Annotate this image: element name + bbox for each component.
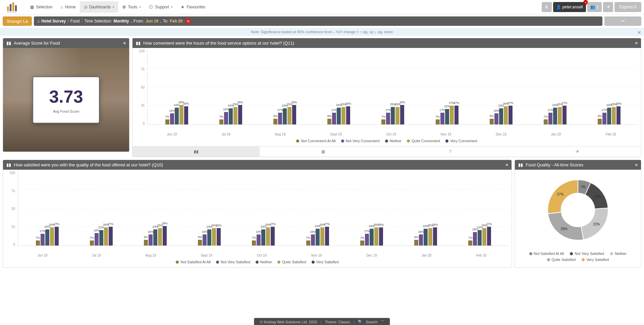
- tab-view[interactable]: 👁: [514, 147, 641, 157]
- score-tablet: 3.73 Avg Food Score: [33, 76, 100, 123]
- chart-q11: 02550751007%16%24%28%26%7%18%23%25%28%8%…: [132, 48, 641, 137]
- chart-icon: ▮▮: [518, 162, 523, 167]
- home-icon: ⌂: [60, 5, 63, 9]
- gear-icon: ✿: [122, 5, 126, 9]
- svg-rect-3: [15, 5, 17, 11]
- panel-donut: ▮▮ Food Quality - All-time Scores ≡ 7%17…: [515, 160, 641, 268]
- filter-button[interactable]: ⧩: [603, 2, 613, 12]
- tab-chart[interactable]: ▮▮: [132, 147, 260, 157]
- score-label: Avg Food Score: [53, 109, 79, 113]
- panel-score: ▮▮ Average Score for Food ≡ 3.73 Avg Foo…: [3, 38, 129, 152]
- chevron-down-icon: ▾: [113, 5, 114, 9]
- exports-button[interactable]: Exports 0: [614, 2, 641, 12]
- svg-text:17%: 17%: [594, 195, 601, 199]
- svg-rect-2: [12, 2, 14, 11]
- info-icon: ⓘ: [149, 4, 153, 10]
- menu-icon[interactable]: ≡: [123, 41, 126, 46]
- legend-item[interactable]: Not Convenient At All: [296, 139, 335, 143]
- filter-icon: ⧩: [606, 5, 610, 9]
- nav-items: ▦Selection ⌂Home ◷Dashboards▾ ✿Tools▾ ⓘS…: [26, 1, 209, 13]
- svg-text:23%: 23%: [593, 222, 600, 226]
- home-icon[interactable]: ⌂: [37, 19, 40, 23]
- close-icon[interactable]: ✕: [637, 30, 641, 35]
- legend-item[interactable]: Not Very Satisfied: [216, 260, 250, 264]
- legend-donut: Not Satisfied At All Not Very Satisfied …: [515, 250, 641, 266]
- tab-help[interactable]: ?: [387, 147, 514, 157]
- breadcrumb: ⌂ Hotel Survey / Food - Time Selection: …: [34, 16, 602, 26]
- panel-title: How convenient were the hours of the foo…: [143, 41, 294, 46]
- legend-item[interactable]: Neither: [610, 252, 627, 256]
- logo[interactable]: HOTELS SURVEY: [3, 0, 21, 14]
- svg-rect-1: [10, 4, 11, 11]
- panel-title: How satisfied were you with the quality …: [14, 162, 163, 167]
- chart-icon: ▮▮: [6, 162, 11, 167]
- close-icon[interactable]: ✕: [185, 18, 191, 24]
- nav-home[interactable]: ⌂Home: [56, 1, 79, 13]
- clipboard-button[interactable]: 🗎: [542, 2, 552, 12]
- panel-q11: ▮▮ How convenient were the hours of the …: [132, 38, 641, 157]
- chart-icon: ▮▮: [194, 149, 199, 154]
- svg-text:HOTELS SURVEY: HOTELS SURVEY: [7, 12, 17, 13]
- menu-icon[interactable]: ≡: [635, 162, 638, 167]
- chart-icon: ▮▮: [136, 41, 141, 46]
- breadcrumb-bar: Shangri La ⌂ Hotel Survey / Food - Time …: [0, 14, 644, 28]
- gauge-icon: ◷: [84, 5, 87, 9]
- legend-q11: Not Convenient At All Not Very Convenien…: [132, 137, 641, 146]
- menu-icon[interactable]: ≡: [505, 162, 508, 167]
- donut-chart: 7%17%23%26%27%: [515, 170, 641, 250]
- question-icon: ?: [449, 149, 451, 154]
- table-icon: ▦: [321, 149, 325, 154]
- clipboard-icon: 🗎: [545, 5, 549, 9]
- panel-title: Average Score for Food: [14, 41, 60, 46]
- group-icon: 👥: [590, 5, 595, 9]
- score-value: 3.73: [49, 87, 83, 107]
- groups-button[interactable]: 👥 1: [587, 2, 602, 12]
- svg-text:26%: 26%: [561, 227, 568, 231]
- user-icon: 👤: [556, 5, 561, 9]
- chart-q10: 02550751007%17%23%26%27%7%18%22%26%27%8%…: [3, 170, 512, 258]
- nav-support[interactable]: ⓘSupport▾: [145, 1, 177, 13]
- legend-item[interactable]: Very Satisfied: [582, 258, 609, 262]
- chart-icon: ▮▮: [6, 41, 11, 46]
- legend-q10: Not Satisfied At All Not Very Satisfied …: [3, 258, 512, 267]
- legend-item[interactable]: Not Very Convenient: [341, 139, 380, 143]
- nav-selection[interactable]: ▦Selection: [26, 1, 56, 13]
- share-button[interactable]: ⚯: [604, 16, 641, 26]
- panel-tabs: ▮▮ ▦ ? 👁: [132, 146, 641, 157]
- legend-item[interactable]: Quite Satisfied: [547, 258, 576, 262]
- legend-item[interactable]: Neither: [385, 139, 401, 143]
- legend-item[interactable]: Not Very Satisfied: [570, 252, 604, 256]
- eye-icon: 👁: [576, 149, 580, 154]
- legend-item[interactable]: Not Satisfied At All: [529, 252, 564, 256]
- nav-dashboards[interactable]: ◷Dashboards▾: [80, 1, 119, 13]
- tab-table[interactable]: ▦: [260, 147, 387, 157]
- content: ▮▮ Average Score for Food ≡ 3.73 Avg Foo…: [0, 36, 644, 269]
- menu-icon[interactable]: ≡: [635, 41, 638, 46]
- svg-text:7%: 7%: [581, 185, 586, 189]
- legend-item[interactable]: Quite Satisfied: [277, 260, 306, 264]
- nav-favourites[interactable]: ★Favourites: [177, 1, 209, 13]
- star-icon: ★: [181, 5, 184, 9]
- user-menu[interactable]: 👤 peter.ansell4: [553, 2, 586, 12]
- top-right: 🗎 👤 peter.ansell4 👥 1 ⧩ Exports 0: [542, 2, 641, 12]
- legend-item[interactable]: Very Satisfied: [312, 260, 339, 264]
- chevron-down-icon: ▾: [171, 5, 173, 9]
- legend-item[interactable]: Not Satisfied At All: [176, 260, 211, 264]
- legend-item[interactable]: Quite Convenient: [407, 139, 440, 143]
- nav-tools[interactable]: ✿Tools▾: [118, 1, 145, 13]
- panel-title: Food Quality - All-time Scores: [526, 162, 583, 167]
- notice-bar: Note: Significance tested at 95% confide…: [0, 28, 644, 36]
- top-nav: HOTELS SURVEY ▦Selection ⌂Home ◷Dashboar…: [0, 0, 644, 14]
- brand-pill[interactable]: Shangri La: [3, 16, 32, 26]
- legend-item[interactable]: Neither: [256, 260, 272, 264]
- svg-rect-0: [7, 6, 9, 11]
- chevron-down-icon: ▾: [139, 5, 141, 9]
- share-icon: ⚯: [621, 19, 625, 23]
- panel-q10: ▮▮ How satisfied were you with the quali…: [3, 160, 512, 268]
- row-1: ▮▮ Average Score for Food ≡ 3.73 Avg Foo…: [3, 38, 641, 157]
- row-2: ▮▮ How satisfied were you with the quali…: [3, 160, 641, 268]
- grid-icon: ▦: [30, 5, 34, 9]
- legend-item[interactable]: Very Convenient: [445, 139, 477, 143]
- svg-text:27%: 27%: [557, 193, 564, 196]
